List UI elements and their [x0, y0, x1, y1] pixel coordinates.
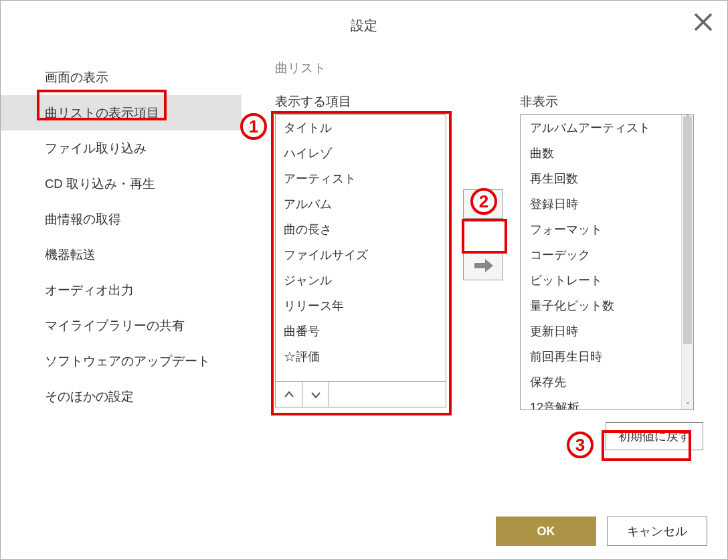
- show-list-inner: タイトル ハイレゾ アーティスト アルバム 曲の長さ ファイルサイズ ジャンル …: [276, 115, 446, 381]
- scroll-thumb[interactable]: [683, 116, 692, 344]
- list-item[interactable]: フォーマット: [521, 217, 681, 242]
- hide-label: 非表示: [520, 93, 694, 110]
- list-item[interactable]: 曲数: [521, 141, 681, 166]
- close-button[interactable]: [691, 10, 715, 34]
- show-listbox[interactable]: タイトル ハイレゾ アーティスト アルバム 曲の長さ ファイルサイズ ジャンル …: [275, 114, 446, 407]
- list-item[interactable]: 曲番号: [276, 318, 446, 344]
- sidebar-item-device-transfer[interactable]: 機器転送: [1, 237, 242, 272]
- sidebar-item-songlist-columns[interactable]: 曲リストの表示項目: [1, 95, 242, 130]
- scroll-down-icon: ˅: [682, 401, 693, 411]
- list-item[interactable]: 量子化ビット数: [521, 293, 681, 318]
- move-column: [446, 93, 520, 290]
- svg-marker-3: [474, 259, 493, 272]
- reset-row: 初期値に戻す: [242, 422, 727, 450]
- close-icon: [691, 10, 715, 34]
- sidebar: 画面の表示 曲リストの表示項目 ファイル取り込み CD 取り込み・再生 曲情報の…: [1, 41, 242, 450]
- move-left-button[interactable]: [463, 189, 503, 219]
- dialog-title: 設定: [351, 17, 377, 35]
- sidebar-item-software-update[interactable]: ソフトウェアのアップデート: [1, 343, 242, 379]
- show-label: 表示する項目: [275, 93, 446, 110]
- reset-button[interactable]: 初期値に戻す: [606, 422, 703, 450]
- cancel-button[interactable]: キャンセル: [607, 517, 707, 546]
- show-column: 表示する項目 タイトル ハイレゾ アーティスト アルバム 曲の長さ ファイルサイ…: [275, 93, 446, 407]
- list-item[interactable]: コーデック: [521, 242, 681, 268]
- sidebar-item-other[interactable]: そのほかの設定: [1, 379, 242, 414]
- list-item[interactable]: リリース年: [276, 293, 446, 318]
- list-item[interactable]: アーティスト: [276, 166, 446, 191]
- list-item[interactable]: 曲の長さ: [276, 217, 446, 242]
- list-item[interactable]: ファイルサイズ: [276, 242, 446, 268]
- list-item[interactable]: 前回再生日時: [521, 344, 681, 369]
- hide-listbox[interactable]: アルバムアーティスト 曲数 再生回数 登録日時 フォーマット コーデック ビット…: [520, 114, 694, 410]
- svg-marker-2: [473, 197, 492, 211]
- list-item[interactable]: 保存先: [521, 369, 681, 395]
- list-item[interactable]: 再生回数: [521, 166, 681, 191]
- chevron-up-icon: [282, 388, 296, 401]
- list-item[interactable]: ☆評価: [276, 344, 446, 369]
- list-item[interactable]: アルバム: [276, 191, 446, 217]
- hide-list-inner: アルバムアーティスト 曲数 再生回数 登録日時 フォーマット コーデック ビット…: [521, 115, 681, 409]
- list-item[interactable]: ビットレート: [521, 268, 681, 293]
- controls-spacer: [329, 382, 446, 407]
- chevron-down-icon: [309, 388, 323, 401]
- sidebar-item-audio-output[interactable]: オーディオ出力: [1, 272, 242, 308]
- scrollbar[interactable]: ˄ ˅: [681, 115, 693, 409]
- move-up-button[interactable]: [276, 382, 302, 407]
- list-item[interactable]: ジャンル: [276, 268, 446, 293]
- columns-area: 表示する項目 タイトル ハイレゾ アーティスト アルバム 曲の長さ ファイルサイ…: [242, 93, 727, 410]
- dialog-footer: OK キャンセル: [496, 517, 707, 546]
- ok-button[interactable]: OK: [496, 517, 596, 546]
- section-title: 曲リスト: [275, 60, 727, 77]
- list-item[interactable]: 12音解析: [521, 395, 681, 409]
- list-item[interactable]: タイトル: [276, 115, 446, 141]
- dialog-body: 画面の表示 曲リストの表示項目 ファイル取り込み CD 取り込み・再生 曲情報の…: [1, 41, 727, 450]
- list-item[interactable]: 登録日時: [521, 191, 681, 217]
- sidebar-item-display[interactable]: 画面の表示: [1, 60, 242, 95]
- hide-column: 非表示 アルバムアーティスト 曲数 再生回数 登録日時 フォーマット コーデック…: [520, 93, 694, 410]
- sidebar-item-file-import[interactable]: ファイル取り込み: [1, 130, 242, 166]
- main-panel: 曲リスト 表示する項目 タイトル ハイレゾ アーティスト アルバム 曲の長さ フ…: [242, 41, 727, 450]
- sidebar-item-song-info[interactable]: 曲情報の取得: [1, 201, 242, 237]
- list-item[interactable]: ハイレゾ: [276, 141, 446, 166]
- settings-dialog: 設定 画面の表示 曲リストの表示項目 ファイル取り込み CD 取り込み・再生 曲…: [0, 0, 728, 560]
- sidebar-item-cd-import[interactable]: CD 取り込み・再生: [1, 166, 242, 201]
- move-right-button[interactable]: [463, 251, 503, 280]
- sidebar-item-library-share[interactable]: マイライブラリーの共有: [1, 308, 242, 343]
- arrow-left-icon: [472, 195, 494, 213]
- arrow-right-icon: [472, 256, 494, 275]
- move-down-button[interactable]: [302, 382, 329, 407]
- reorder-controls: [276, 381, 446, 407]
- titlebar: 設定: [1, 1, 727, 41]
- list-item[interactable]: アルバムアーティスト: [521, 115, 681, 141]
- list-item[interactable]: 更新日時: [521, 318, 681, 344]
